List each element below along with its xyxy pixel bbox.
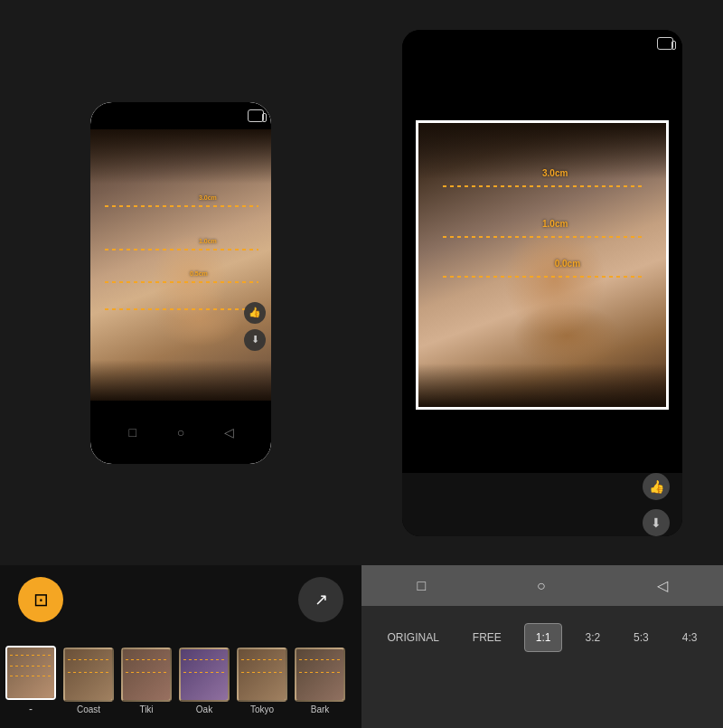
crop-fab-button[interactable]: ⊡ xyxy=(18,577,63,622)
crop-fab-icon: ⊡ xyxy=(33,589,49,610)
label-3cm-right: 3.0cm xyxy=(542,168,568,178)
left-phone-area: 3.0cm 1.0cm 0.5cm 👍 ⬇ □ ○ ◁ xyxy=(0,0,362,565)
filter-thumb-inner-tiki xyxy=(123,649,170,700)
label-0cm-right: 0.0cm xyxy=(555,259,580,269)
filter-item-tiki[interactable]: Tiki xyxy=(119,648,174,714)
filter-thumb-oak xyxy=(179,648,230,702)
filter-thumb-original xyxy=(5,646,56,700)
crop-phone-top xyxy=(402,30,682,57)
filter-thumb-inner-tokyo xyxy=(239,649,286,700)
nav-back-left[interactable]: ◁ xyxy=(220,423,238,441)
share-fab-button[interactable]: ↗ xyxy=(298,577,343,622)
label-05cm-left: 0.5cm xyxy=(190,270,262,277)
filter-label-oak: Oak xyxy=(196,704,212,714)
filter-label-original: - xyxy=(29,703,33,715)
ratio-4-3[interactable]: 4:3 xyxy=(671,624,709,651)
crop-corner-br xyxy=(654,395,669,410)
filter-thumb-inner-oak xyxy=(181,649,228,700)
nav-square-left[interactable]: □ xyxy=(124,423,142,441)
ratio-3-2[interactable]: 3:2 xyxy=(574,624,611,651)
line-3cm-right xyxy=(443,185,641,187)
line-1cm-right xyxy=(443,236,641,238)
label-1cm-left: 1.0cm xyxy=(199,238,262,244)
filter-item-tokyo[interactable]: Tokyo xyxy=(235,648,289,714)
right-main: 3.0cm 1.0cm 0.0cm xyxy=(362,0,723,565)
nav-circle-right[interactable]: ○ xyxy=(537,578,546,594)
crop-box-inner: 3.0cm 1.0cm 0.0cm xyxy=(418,123,666,407)
filter-label-tokyo: Tokyo xyxy=(250,704,274,714)
nav-square-right[interactable]: □ xyxy=(417,578,426,594)
crop-ratio-bar: ORIGINAL FREE 1:1 3:2 5:3 4:3 xyxy=(362,606,723,669)
line-0cm-left xyxy=(105,308,258,310)
copy-icon-left xyxy=(248,109,264,122)
crop-phone-bottom: 👍 ⬇ xyxy=(402,473,682,536)
phone-mockup-left: 3.0cm 1.0cm 0.5cm 👍 ⬇ □ ○ ◁ xyxy=(90,102,271,464)
crop-image-container: 3.0cm 1.0cm 0.0cm xyxy=(402,57,682,473)
fab-row: ⊡ ↗ xyxy=(0,565,362,633)
line-3cm-left xyxy=(105,205,258,207)
filter-label-coast: Coast xyxy=(77,704,100,714)
crop-corner-tl xyxy=(416,120,430,135)
filter-thumb-inner-original xyxy=(7,648,54,698)
filter-thumb-tokyo xyxy=(237,648,287,702)
nav-back-right[interactable]: ◁ xyxy=(657,577,668,594)
like-btn-left[interactable]: 👍 xyxy=(244,302,266,324)
filter-label-tiki: Tiki xyxy=(139,704,153,714)
ratio-original[interactable]: ORIGINAL xyxy=(376,624,449,651)
filter-thumb-tiki xyxy=(121,648,172,702)
crop-corner-tr xyxy=(654,120,669,135)
download-btn-left[interactable]: ⬇ xyxy=(244,329,266,351)
filter-item-oak[interactable]: Oak xyxy=(177,648,231,714)
face-image-right: 3.0cm 1.0cm 0.0cm xyxy=(418,123,666,407)
left-panel: 3.0cm 1.0cm 0.5cm 👍 ⬇ □ ○ ◁ xyxy=(0,0,362,728)
line-0cm-right xyxy=(443,276,641,278)
face-image-left: 3.0cm 1.0cm 0.5cm 👍 ⬇ xyxy=(90,129,271,401)
share-fab-icon: ↗ xyxy=(315,590,328,610)
filter-item-bark[interactable]: Bark xyxy=(293,648,347,714)
line-05cm-left xyxy=(105,281,258,283)
copy-icon-right xyxy=(657,37,673,50)
ratio-5-3[interactable]: 5:3 xyxy=(623,624,660,651)
like-btn-right[interactable]: 👍 xyxy=(643,473,670,500)
line-1cm-left xyxy=(105,249,258,251)
label-1cm-right: 1.0cm xyxy=(542,219,568,229)
crop-phone-area: 3.0cm 1.0cm 0.0cm xyxy=(402,30,682,536)
crop-corner-bl xyxy=(416,395,430,410)
right-nav-bar: □ ○ ◁ xyxy=(362,565,723,606)
filter-label-bark: Bark xyxy=(311,704,330,714)
ratio-1-1[interactable]: 1:1 xyxy=(524,623,563,652)
ratio-free[interactable]: FREE xyxy=(462,624,512,651)
filter-strip: - Coast Tiki xyxy=(0,633,362,728)
phone-image-area-left: 3.0cm 1.0cm 0.5cm 👍 ⬇ xyxy=(90,129,271,401)
filter-thumb-inner-coast xyxy=(65,649,112,700)
download-btn-right[interactable]: ⬇ xyxy=(643,509,670,536)
filter-thumb-inner-bark xyxy=(296,649,343,700)
filter-item-original[interactable]: - xyxy=(4,646,58,715)
label-3cm-left: 3.0cm xyxy=(199,194,262,201)
phone-top-bar xyxy=(90,102,271,129)
filter-thumb-bark xyxy=(295,648,345,702)
crop-box[interactable]: 3.0cm 1.0cm 0.0cm xyxy=(416,120,669,410)
right-panel: 3.0cm 1.0cm 0.0cm xyxy=(362,0,723,728)
right-bottom-controls: □ ○ ◁ ORIGINAL FREE 1:1 3:2 5:3 4:3 xyxy=(362,565,723,728)
filter-item-coast[interactable]: Coast xyxy=(61,648,116,714)
measurement-lines-right: 3.0cm 1.0cm 0.0cm xyxy=(418,123,666,407)
phone-nav-left: □ ○ ◁ xyxy=(90,401,271,464)
filter-thumb-coast xyxy=(63,648,114,702)
measurement-lines-left: 3.0cm 1.0cm 0.5cm xyxy=(90,129,271,401)
nav-circle-left[interactable]: ○ xyxy=(172,423,190,441)
